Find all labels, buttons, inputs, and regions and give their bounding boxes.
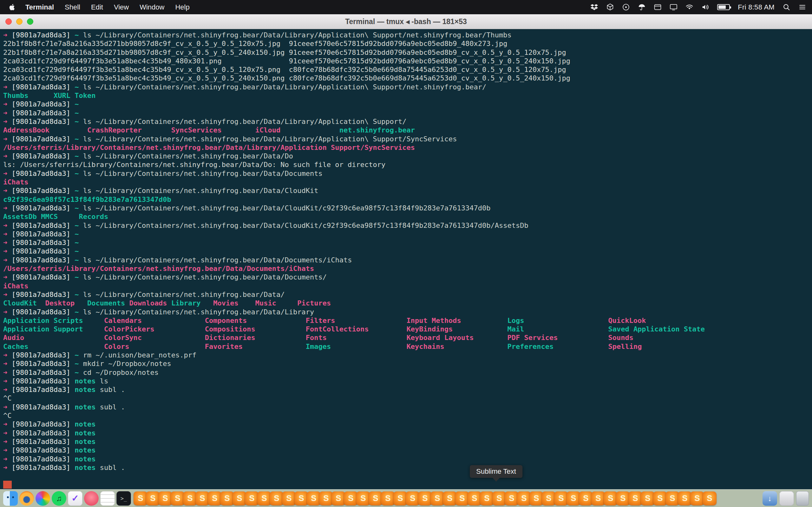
sublime-text-dock-icon[interactable]: S [665, 492, 679, 505]
close-button[interactable] [5, 18, 12, 25]
sublime-text-dock-icon[interactable]: S [628, 492, 642, 505]
cube-icon[interactable] [606, 3, 614, 11]
sublime-glyph: S [261, 493, 267, 503]
paw-dock-icon[interactable] [84, 491, 99, 506]
terminal-window: Terminal — tmux ◂ -bash — 181×53 ➜ [9801… [0, 14, 812, 507]
sublime-glyph: S [657, 493, 663, 503]
tasks-dock-icon[interactable]: ✓ [68, 491, 83, 506]
terminal-output[interactable]: ➜ [9801a7ad8da3] ~ ls ~/Library/Containe… [0, 29, 812, 507]
terminal-line: ➜ [9801a7ad8da3] ~ ls ~/Library/Containe… [3, 152, 812, 160]
apple-menu-icon[interactable] [6, 3, 20, 11]
menu-bar-clock[interactable]: Fri 8:58 AM [738, 3, 774, 11]
sublime-text-dock-icon[interactable]: S [703, 492, 716, 505]
sublime-text-dock-icon[interactable]: S [604, 492, 618, 505]
sublime-text-dock-icon[interactable]: S [579, 492, 593, 505]
sublime-text-dock-icon[interactable]: S [282, 492, 296, 505]
sublime-text-dock-icon[interactable]: S [208, 492, 222, 505]
sublime-text-dock-icon[interactable]: S [393, 492, 407, 505]
sublime-text-dock-icon[interactable]: S [653, 492, 667, 505]
sublime-text-dock-icon[interactable]: S [418, 492, 432, 505]
sublime-text-dock-icon[interactable]: S [134, 492, 148, 505]
notes-dock-icon[interactable] [100, 491, 115, 506]
terminal-line: c92f39c6ea98f57c13f84f9b283e7a7613347d0b [3, 195, 812, 204]
sublime-glyph: S [682, 493, 687, 503]
sublime-text-dock-icon[interactable]: S [233, 492, 247, 505]
sublime-text-dock-icon[interactable]: S [529, 492, 543, 505]
zoom-button[interactable] [27, 18, 33, 25]
app-window-icon[interactable] [654, 3, 662, 11]
display-icon[interactable] [670, 3, 677, 11]
sublime-text-dock-icon[interactable]: S [542, 492, 556, 505]
notification-center-icon[interactable] [798, 3, 806, 11]
dropbox-icon[interactable] [590, 3, 598, 11]
sublime-glyph: S [397, 493, 403, 503]
sublime-text-dock-icon[interactable]: S [430, 492, 444, 505]
sublime-text-dock-icon[interactable]: S [257, 492, 271, 505]
umbrella-icon[interactable] [638, 3, 646, 11]
sublime-text-dock-icon[interactable]: S [690, 492, 704, 505]
volume-icon[interactable] [701, 3, 709, 11]
sublime-text-dock-icon[interactable]: S [332, 492, 345, 505]
sublime-text-dock-icon[interactable]: S [220, 492, 234, 505]
sublime-glyph: S [608, 493, 613, 503]
minimize-button[interactable] [16, 18, 22, 25]
disc-icon[interactable] [622, 3, 630, 11]
trash-dock-icon[interactable] [796, 491, 809, 506]
sublime-text-dock-icon[interactable]: S [505, 492, 519, 505]
dock-tooltip-label: Sublime Text [470, 465, 522, 478]
spotify-dock-icon[interactable]: ♫ [52, 491, 66, 506]
wifi-icon[interactable] [686, 3, 693, 11]
sublime-text-dock-icon[interactable]: S [381, 492, 395, 505]
sublime-text-dock-icon[interactable]: S [158, 492, 172, 505]
menu-view[interactable]: View [108, 3, 134, 11]
sublime-text-dock-icon[interactable]: S [455, 492, 469, 505]
sublime-text-dock-icon[interactable]: S [443, 492, 457, 505]
menu-shell[interactable]: Shell [59, 3, 86, 11]
finder-dock-icon[interactable] [3, 491, 18, 506]
sublime-text-dock-icon[interactable]: S [171, 492, 185, 505]
downloads-dock-icon[interactable]: ↓ [763, 491, 777, 506]
sublime-text-dock-icon[interactable]: S [616, 492, 630, 505]
battery-icon[interactable] [717, 4, 730, 10]
sublime-text-dock-icon[interactable]: S [517, 492, 531, 505]
documents-dock-icon[interactable] [779, 491, 794, 506]
sublime-glyph: S [595, 493, 601, 503]
terminal-line: 2ca03cd1fc729d9f64497f3b3e51a8bec4c35b49… [3, 74, 812, 82]
sublime-text-dock-icon[interactable]: S [319, 492, 333, 505]
sublime-text-dock-icon[interactable]: S [270, 492, 284, 505]
sublime-text-dock-icon[interactable]: S [566, 492, 580, 505]
sublime-text-dock-icon[interactable]: S [195, 492, 209, 505]
sublime-glyph: S [323, 493, 328, 503]
terminal-title-bar[interactable]: Terminal — tmux ◂ -bash — 181×53 [0, 14, 812, 29]
sublime-text-dock-icon[interactable]: S [368, 492, 383, 505]
sublime-text-dock-icon[interactable]: S [591, 492, 605, 505]
pinwheel-dock-icon[interactable] [36, 491, 50, 506]
sublime-text-dock-icon[interactable]: S [480, 492, 494, 505]
sublime-text-dock-icon[interactable]: S [641, 492, 655, 505]
sublime-text-dock-icon[interactable]: S [245, 492, 259, 505]
sublime-text-dock-icon[interactable]: S [406, 492, 420, 505]
menu-items: TerminalShellEditViewWindowHelp [20, 3, 195, 11]
terminal-line: ➜ [9801a7ad8da3] ~ ls ~/Library/Containe… [3, 273, 812, 281]
sublime-text-dock-icon[interactable]: S [294, 492, 308, 505]
terminal-app-dock-icon[interactable]: >_ [116, 491, 131, 506]
sublime-glyph: S [385, 493, 391, 503]
menu-window[interactable]: Window [134, 3, 170, 11]
terminal-line: ➜ [9801a7ad8da3] notes subl . [3, 385, 812, 394]
sublime-text-dock-icon[interactable]: S [146, 492, 160, 505]
sublime-text-dock-icon[interactable]: S [678, 492, 692, 505]
menu-terminal[interactable]: Terminal [20, 3, 59, 11]
sublime-text-dock-icon[interactable]: S [344, 492, 358, 505]
sublime-text-dock-icon[interactable]: S [183, 492, 197, 505]
sublime-text-dock-icon[interactable]: S [492, 492, 506, 505]
menu-help[interactable]: Help [170, 3, 195, 11]
dock: ♫✓>_ SSSSSSSSSSSSSSSSSSSSSSSSSSSSSSSSSSS… [0, 489, 812, 507]
sublime-glyph: S [212, 493, 217, 503]
menu-edit[interactable]: Edit [86, 3, 108, 11]
sublime-text-dock-icon[interactable]: S [356, 492, 370, 505]
sublime-text-dock-icon[interactable]: S [554, 492, 568, 505]
sublime-text-dock-icon[interactable]: S [467, 492, 481, 505]
firefox-dock-icon[interactable] [19, 491, 34, 506]
sublime-text-dock-icon[interactable]: S [307, 492, 321, 505]
spotlight-icon[interactable] [782, 3, 791, 11]
